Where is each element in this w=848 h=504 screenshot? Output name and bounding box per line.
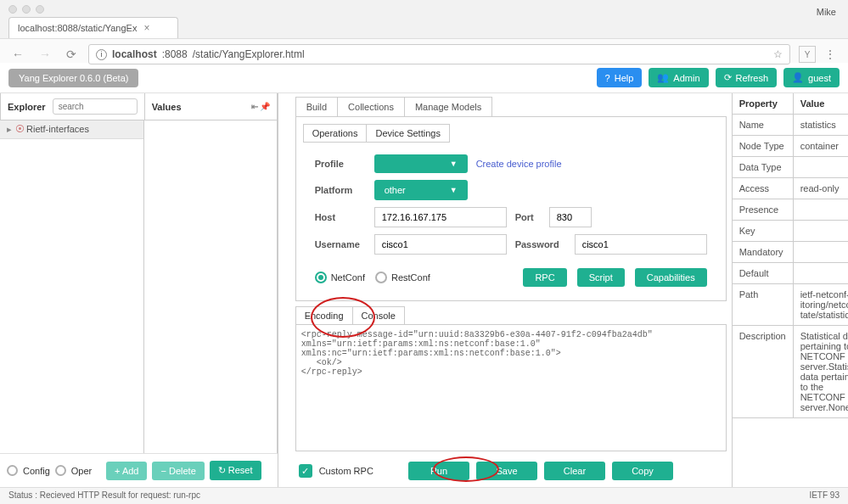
url-path: /static/YangExplorer.html <box>193 48 305 60</box>
table-row: Data Type <box>733 157 848 178</box>
oper-label: Oper <box>71 466 92 476</box>
address-bar[interactable]: i localhost:8088/static/YangExplorer.htm… <box>88 44 790 64</box>
maximize-window-icon[interactable] <box>36 5 44 14</box>
capabilities-button[interactable]: Capabilities <box>635 268 707 287</box>
username-label: Username <box>315 239 366 249</box>
reload-icon[interactable]: ⟳ <box>63 48 80 61</box>
chevron-down-icon: ▼ <box>450 160 458 168</box>
copy-button[interactable]: Copy <box>612 462 673 480</box>
site-info-icon[interactable]: i <box>96 49 107 60</box>
module-icon: ⦿ <box>15 124 25 134</box>
user-icon: 👤 <box>792 72 804 83</box>
browser-chrome: Mike localhost:8088/static/YangEx × ← → … <box>0 0 848 63</box>
tab-manage-models[interactable]: Manage Models <box>405 98 491 116</box>
table-row: Key <box>733 221 848 242</box>
save-button[interactable]: Save <box>476 462 537 480</box>
status-bar: Status : Recieved HTTP Result for reques… <box>0 487 848 504</box>
oper-radio[interactable] <box>55 465 66 476</box>
run-button[interactable]: Run <box>408 462 469 480</box>
username-input[interactable] <box>374 234 507 255</box>
custom-rpc-label: Custom RPC <box>319 466 373 476</box>
host-label: Host <box>315 212 366 222</box>
caret-right-icon: ▸ <box>7 124 12 134</box>
table-row: DescriptionStatistical data pertaining t… <box>733 326 848 418</box>
host-input[interactable] <box>374 207 507 227</box>
menu-icon[interactable]: ⋮ <box>821 48 840 61</box>
config-label: Config <box>23 466 50 476</box>
refresh-button[interactable]: ⟳Refresh <box>716 68 778 87</box>
app-toolbar: Yang Explorer 0.6.0 (Beta) ?Help 👥Admin … <box>0 63 848 93</box>
values-header: Values ⇤📌 <box>145 93 278 120</box>
values-column <box>144 120 277 453</box>
pin-icon[interactable]: 📌 <box>260 102 270 111</box>
rpc-button[interactable]: RPC <box>523 268 566 287</box>
platform-select[interactable]: other▼ <box>374 180 468 200</box>
left-panel: Explorer Values ⇤📌 ▸⦿Rietf-interfaces Co… <box>0 93 278 487</box>
status-text: Status : Recieved HTTP Result for reques… <box>8 490 200 501</box>
tab-encoding[interactable]: Encoding <box>296 307 353 324</box>
url-port: :8088 <box>162 48 188 60</box>
prop-header-value: Value <box>793 93 848 115</box>
table-row: Presence <box>733 199 848 221</box>
tab-device-settings[interactable]: Device Settings <box>367 125 448 142</box>
user-button[interactable]: 👤guest <box>783 68 840 87</box>
admin-button[interactable]: 👥Admin <box>649 68 708 87</box>
table-row: Accessread-only <box>733 178 848 199</box>
property-panel: PropertyValue Namestatistics Node Typeco… <box>732 93 848 487</box>
reset-button[interactable]: ↻ Reset <box>210 461 261 480</box>
tab-console[interactable]: Console <box>353 307 404 324</box>
property-table: PropertyValue Namestatistics Node Typeco… <box>733 93 848 418</box>
netconf-radio[interactable]: NetConf <box>315 272 365 283</box>
status-right: IETF 93 <box>809 490 840 501</box>
table-row: Default <box>733 263 848 284</box>
config-radio[interactable] <box>7 465 18 476</box>
prop-header-property: Property <box>733 93 794 115</box>
main-tabs: Build Collections Manage Models <box>295 97 493 116</box>
url-host: localhost <box>112 48 157 60</box>
table-row: Node Typecontainer <box>733 136 848 157</box>
add-button[interactable]: + Add <box>106 462 147 480</box>
window-controls <box>0 0 848 19</box>
restconf-radio[interactable]: RestConf <box>375 272 430 283</box>
tab-build[interactable]: Build <box>296 98 338 116</box>
console-output[interactable]: <rpc-reply message-id="urn:uuid:8a3329b6… <box>295 324 727 451</box>
profile-label: Profile <box>315 159 366 169</box>
console-tabs: Encoding Console <box>295 306 405 324</box>
back-icon[interactable]: ← <box>8 48 27 61</box>
app-title: Yang Explorer 0.6.0 (Beta) <box>8 69 138 87</box>
collapse-icon[interactable]: ⇤ <box>251 102 258 111</box>
browser-profile[interactable]: Mike <box>817 7 836 17</box>
extension-icon[interactable]: Y <box>799 46 816 63</box>
help-button[interactable]: ?Help <box>597 68 643 87</box>
close-window-icon[interactable] <box>8 5 17 14</box>
tab-title: localhost:8088/static/YangEx <box>18 23 137 33</box>
refresh-icon: ⟳ <box>724 72 732 83</box>
port-input[interactable] <box>549 207 592 227</box>
tree-view[interactable]: ▸⦿Rietf-interfaces <box>0 120 144 453</box>
forward-icon: → <box>36 48 54 61</box>
help-icon: ? <box>605 73 610 83</box>
custom-rpc-checkbox[interactable]: ✓ <box>299 464 312 478</box>
password-label: Password <box>515 239 566 249</box>
script-button[interactable]: Script <box>577 268 625 287</box>
delete-button[interactable]: − Delete <box>152 462 204 480</box>
minimize-window-icon[interactable] <box>22 5 31 14</box>
platform-label: Platform <box>315 185 366 195</box>
tab-collections[interactable]: Collections <box>338 98 405 116</box>
create-profile-link[interactable]: Create device profile <box>476 159 562 169</box>
sub-tabs: Operations Device Settings <box>303 124 450 143</box>
bookmark-icon[interactable]: ☆ <box>773 48 783 60</box>
explorer-search-input[interactable] <box>53 98 138 115</box>
admin-icon: 👥 <box>657 72 669 83</box>
table-row: Pathietf-netconf-monitoring/netconf-stat… <box>733 284 848 326</box>
explorer-header: Explorer <box>0 93 145 120</box>
profile-select[interactable]: ▼ <box>374 154 468 173</box>
clear-button[interactable]: Clear <box>544 462 605 480</box>
port-label: Port <box>515 212 541 222</box>
table-row: Namestatistics <box>733 115 848 136</box>
tree-node-ietf-interfaces[interactable]: ▸⦿Rietf-interfaces <box>0 120 143 139</box>
password-input[interactable] <box>575 234 707 255</box>
close-tab-icon[interactable]: × <box>143 22 149 34</box>
browser-tab[interactable]: localhost:8088/static/YangEx × <box>8 17 178 38</box>
tab-operations[interactable]: Operations <box>304 125 368 142</box>
